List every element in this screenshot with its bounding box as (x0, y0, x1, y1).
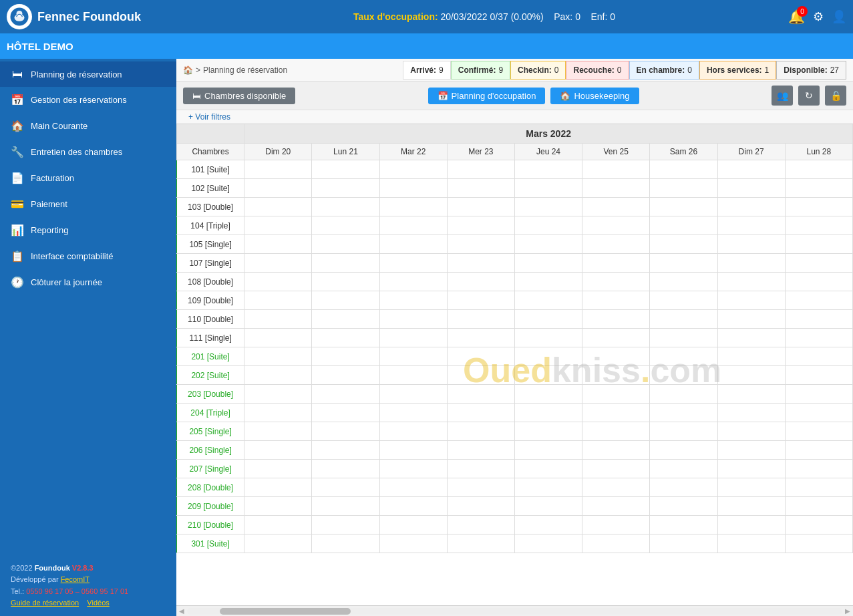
cell-101-day-6[interactable] (650, 160, 717, 179)
footer-dev-link[interactable]: FecomIT (61, 575, 90, 583)
cell-203-day-1[interactable] (312, 385, 379, 404)
cell-110-day-7[interactable] (717, 310, 785, 329)
cell-209-day-0[interactable] (244, 497, 312, 516)
cell-201-day-0[interactable] (244, 347, 312, 366)
cell-202-day-5[interactable] (582, 366, 650, 385)
cell-210-day-5[interactable] (582, 516, 650, 534)
cell-109-day-1[interactable] (312, 291, 379, 310)
cell-108-day-5[interactable] (582, 273, 650, 291)
cell-103-day-3[interactable] (447, 198, 514, 216)
cell-205-day-2[interactable] (379, 422, 447, 441)
cell-101-day-7[interactable] (717, 160, 785, 179)
cell-111-day-0[interactable] (244, 329, 312, 347)
cell-104-day-0[interactable] (244, 216, 312, 235)
cell-201-day-5[interactable] (582, 347, 650, 366)
sidebar-item-entretien[interactable]: 🔧 Entretien des chambres (0, 139, 176, 165)
room-label-105[interactable]: 105 [Single] (177, 235, 244, 254)
cell-105-day-4[interactable] (514, 235, 582, 254)
cell-209-day-3[interactable] (447, 497, 514, 516)
cell-107-day-5[interactable] (582, 254, 650, 273)
cell-105-day-7[interactable] (717, 235, 785, 254)
cell-206-day-4[interactable] (514, 441, 582, 460)
lock-button[interactable]: 🔒 (825, 86, 846, 106)
sidebar-item-main-courante[interactable]: 🏠 Main Courante (0, 113, 176, 139)
cell-101-day-2[interactable] (379, 160, 447, 179)
cell-301-day-0[interactable] (244, 534, 312, 553)
cell-101-day-0[interactable] (244, 160, 312, 179)
cell-110-day-6[interactable] (650, 310, 717, 329)
cell-204-day-0[interactable] (244, 404, 312, 422)
cell-204-day-5[interactable] (582, 404, 650, 422)
cell-210-day-1[interactable] (312, 516, 379, 534)
room-label-110[interactable]: 110 [Double] (177, 310, 244, 329)
cell-210-day-8[interactable] (785, 516, 852, 534)
cell-103-day-4[interactable] (514, 198, 582, 216)
room-label-103[interactable]: 103 [Double] (177, 198, 244, 216)
cell-204-day-8[interactable] (785, 404, 852, 422)
cell-210-day-4[interactable] (514, 516, 582, 534)
cell-103-day-7[interactable] (717, 198, 785, 216)
cell-204-day-7[interactable] (717, 404, 785, 422)
room-label-102[interactable]: 102 [Suite] (177, 179, 244, 198)
cell-203-day-0[interactable] (244, 385, 312, 404)
room-label-209[interactable]: 209 [Double] (177, 497, 244, 516)
cell-111-day-7[interactable] (717, 329, 785, 347)
cell-204-day-1[interactable] (312, 404, 379, 422)
cell-102-day-1[interactable] (312, 179, 379, 198)
cell-207-day-3[interactable] (447, 460, 514, 478)
cell-207-day-1[interactable] (312, 460, 379, 478)
cell-205-day-4[interactable] (514, 422, 582, 441)
cell-105-day-2[interactable] (379, 235, 447, 254)
cell-101-day-8[interactable] (785, 160, 852, 179)
cell-108-day-6[interactable] (650, 273, 717, 291)
add-guest-button[interactable]: 👥 (772, 86, 793, 106)
cell-301-day-6[interactable] (650, 534, 717, 553)
cell-111-day-2[interactable] (379, 329, 447, 347)
cell-104-day-4[interactable] (514, 216, 582, 235)
room-label-111[interactable]: 111 [Single] (177, 329, 244, 347)
cell-109-day-7[interactable] (717, 291, 785, 310)
room-label-202[interactable]: 202 [Suite] (177, 366, 244, 385)
cell-103-day-1[interactable] (312, 198, 379, 216)
cell-209-day-6[interactable] (650, 497, 717, 516)
cell-109-day-3[interactable] (447, 291, 514, 310)
cell-105-day-1[interactable] (312, 235, 379, 254)
notification-button[interactable]: 🔔 0 (788, 9, 805, 25)
cell-102-day-2[interactable] (379, 179, 447, 198)
room-label-203[interactable]: 203 [Double] (177, 385, 244, 404)
cell-207-day-2[interactable] (379, 460, 447, 478)
room-label-210[interactable]: 210 [Double] (177, 516, 244, 534)
sidebar-item-comptabilite[interactable]: 📋 Interface comptabilité (0, 243, 176, 269)
user-button[interactable]: 👤 (832, 9, 846, 24)
cell-107-day-3[interactable] (447, 254, 514, 273)
sidebar-item-planning[interactable]: 🛏 Planning de réservation (0, 61, 176, 87)
cell-105-day-5[interactable] (582, 235, 650, 254)
cell-202-day-7[interactable] (717, 366, 785, 385)
room-label-206[interactable]: 206 [Single] (177, 441, 244, 460)
cell-110-day-3[interactable] (447, 310, 514, 329)
cell-301-day-2[interactable] (379, 534, 447, 553)
cell-201-day-8[interactable] (785, 347, 852, 366)
cell-209-day-4[interactable] (514, 497, 582, 516)
cell-105-day-3[interactable] (447, 235, 514, 254)
cell-109-day-5[interactable] (582, 291, 650, 310)
cell-110-day-4[interactable] (514, 310, 582, 329)
cell-101-day-5[interactable] (582, 160, 650, 179)
cell-202-day-4[interactable] (514, 366, 582, 385)
cell-207-day-6[interactable] (650, 460, 717, 478)
sidebar-item-paiement[interactable]: 💳 Paiement (0, 191, 176, 217)
cell-301-day-1[interactable] (312, 534, 379, 553)
cell-102-day-5[interactable] (582, 179, 650, 198)
cell-206-day-8[interactable] (785, 441, 852, 460)
cell-103-day-6[interactable] (650, 198, 717, 216)
cell-204-day-3[interactable] (447, 404, 514, 422)
cell-104-day-8[interactable] (785, 216, 852, 235)
room-label-208[interactable]: 208 [Double] (177, 478, 244, 497)
cell-208-day-2[interactable] (379, 478, 447, 497)
cell-206-day-1[interactable] (312, 441, 379, 460)
cell-203-day-4[interactable] (514, 385, 582, 404)
cell-102-day-7[interactable] (717, 179, 785, 198)
cell-202-day-0[interactable] (244, 366, 312, 385)
cell-202-day-6[interactable] (650, 366, 717, 385)
cell-209-day-7[interactable] (717, 497, 785, 516)
